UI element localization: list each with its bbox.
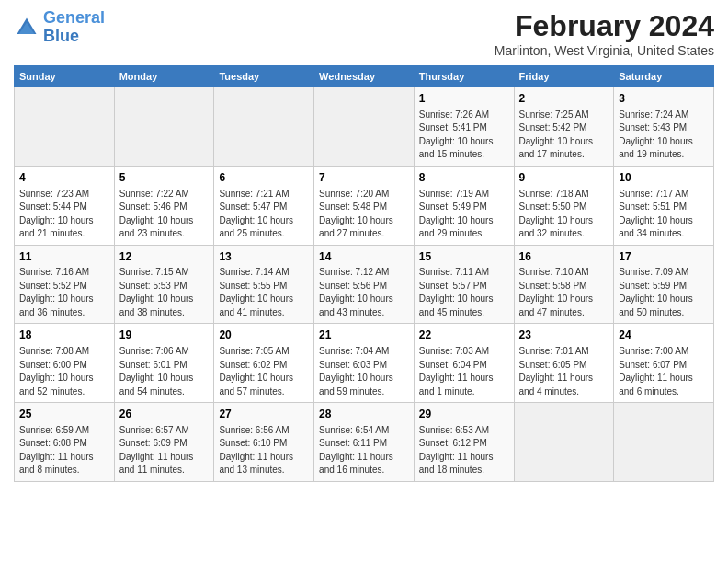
calendar-week-row: 1Sunrise: 7:26 AM Sunset: 5:41 PM Daylig…	[15, 87, 714, 167]
day-info: Sunrise: 7:03 AM Sunset: 6:04 PM Dayligh…	[419, 345, 509, 398]
day-number: 26	[119, 407, 210, 422]
calendar-cell: 27Sunrise: 6:56 AM Sunset: 6:10 PM Dayli…	[214, 403, 314, 482]
day-info: Sunrise: 7:05 AM Sunset: 6:02 PM Dayligh…	[219, 345, 309, 398]
calendar-cell	[214, 87, 314, 167]
day-info: Sunrise: 7:16 AM Sunset: 5:52 PM Dayligh…	[19, 266, 109, 319]
calendar-cell: 25Sunrise: 6:59 AM Sunset: 6:08 PM Dayli…	[15, 403, 115, 482]
calendar-cell: 1Sunrise: 7:26 AM Sunset: 5:41 PM Daylig…	[414, 87, 514, 167]
calendar-cell: 22Sunrise: 7:03 AM Sunset: 6:04 PM Dayli…	[414, 324, 514, 403]
day-number: 7	[319, 170, 409, 186]
day-info: Sunrise: 7:01 AM Sunset: 6:05 PM Dayligh…	[519, 345, 609, 398]
day-info: Sunrise: 7:19 AM Sunset: 5:49 PM Dayligh…	[419, 188, 509, 241]
day-info: Sunrise: 7:14 AM Sunset: 5:55 PM Dayligh…	[219, 266, 309, 319]
day-number: 18	[19, 327, 109, 343]
day-number: 29	[419, 407, 509, 422]
calendar-week-row: 11Sunrise: 7:16 AM Sunset: 5:52 PM Dayli…	[15, 245, 714, 324]
day-number: 4	[19, 170, 109, 186]
day-number: 8	[419, 170, 509, 186]
logo-icon	[14, 15, 40, 40]
calendar-cell: 12Sunrise: 7:15 AM Sunset: 5:53 PM Dayli…	[114, 245, 214, 324]
day-info: Sunrise: 6:57 AM Sunset: 6:09 PM Dayligh…	[119, 424, 210, 477]
day-info: Sunrise: 7:00 AM Sunset: 6:07 PM Dayligh…	[619, 345, 709, 398]
calendar-cell: 10Sunrise: 7:17 AM Sunset: 5:51 PM Dayli…	[614, 166, 714, 245]
day-info: Sunrise: 6:56 AM Sunset: 6:10 PM Dayligh…	[219, 424, 309, 477]
calendar-cell: 18Sunrise: 7:08 AM Sunset: 6:00 PM Dayli…	[15, 324, 115, 403]
calendar-cell: 17Sunrise: 7:09 AM Sunset: 5:59 PM Dayli…	[614, 245, 714, 324]
day-info: Sunrise: 7:23 AM Sunset: 5:44 PM Dayligh…	[19, 188, 109, 241]
calendar-header-row: SundayMondayTuesdayWednesdayThursdayFrid…	[15, 66, 714, 87]
day-number: 11	[19, 249, 109, 265]
day-info: Sunrise: 7:12 AM Sunset: 5:56 PM Dayligh…	[319, 266, 409, 319]
day-number: 25	[19, 407, 109, 422]
day-number: 21	[319, 327, 409, 343]
calendar-cell: 3Sunrise: 7:24 AM Sunset: 5:43 PM Daylig…	[614, 87, 714, 167]
day-info: Sunrise: 7:20 AM Sunset: 5:48 PM Dayligh…	[319, 188, 409, 241]
day-info: Sunrise: 6:54 AM Sunset: 6:11 PM Dayligh…	[319, 424, 409, 477]
day-header-tuesday: Tuesday	[214, 66, 314, 87]
day-info: Sunrise: 7:24 AM Sunset: 5:43 PM Dayligh…	[619, 109, 709, 162]
calendar-cell: 21Sunrise: 7:04 AM Sunset: 6:03 PM Dayli…	[314, 324, 415, 403]
calendar-week-row: 25Sunrise: 6:59 AM Sunset: 6:08 PM Dayli…	[15, 403, 714, 482]
logo-text: General Blue	[43, 9, 105, 46]
calendar-cell: 11Sunrise: 7:16 AM Sunset: 5:52 PM Dayli…	[15, 245, 115, 324]
day-number: 19	[119, 327, 210, 343]
calendar-cell	[15, 87, 115, 167]
day-info: Sunrise: 7:11 AM Sunset: 5:57 PM Dayligh…	[419, 266, 509, 319]
day-info: Sunrise: 6:53 AM Sunset: 6:12 PM Dayligh…	[419, 424, 509, 477]
day-header-monday: Monday	[114, 66, 214, 87]
day-number: 23	[519, 327, 609, 343]
calendar-cell: 23Sunrise: 7:01 AM Sunset: 6:05 PM Dayli…	[514, 324, 614, 403]
day-number: 27	[219, 407, 309, 422]
day-number: 22	[419, 327, 509, 343]
day-info: Sunrise: 7:09 AM Sunset: 5:59 PM Dayligh…	[619, 266, 709, 319]
calendar-title: February 2024	[495, 9, 714, 43]
calendar-cell: 5Sunrise: 7:22 AM Sunset: 5:46 PM Daylig…	[114, 166, 214, 245]
day-number: 12	[119, 249, 210, 265]
day-header-friday: Friday	[514, 66, 614, 87]
day-header-thursday: Thursday	[414, 66, 514, 87]
calendar-cell: 15Sunrise: 7:11 AM Sunset: 5:57 PM Dayli…	[414, 245, 514, 324]
day-info: Sunrise: 7:22 AM Sunset: 5:46 PM Dayligh…	[119, 188, 210, 241]
calendar-cell	[314, 87, 415, 167]
calendar-cell: 29Sunrise: 6:53 AM Sunset: 6:12 PM Dayli…	[414, 403, 514, 482]
day-header-wednesday: Wednesday	[314, 66, 415, 87]
day-number: 15	[419, 249, 509, 265]
day-info: Sunrise: 7:25 AM Sunset: 5:42 PM Dayligh…	[519, 109, 609, 162]
day-number: 9	[519, 170, 609, 186]
day-info: Sunrise: 7:06 AM Sunset: 6:01 PM Dayligh…	[119, 345, 210, 398]
day-info: Sunrise: 7:10 AM Sunset: 5:58 PM Dayligh…	[519, 266, 609, 319]
calendar-cell: 9Sunrise: 7:18 AM Sunset: 5:50 PM Daylig…	[514, 166, 614, 245]
calendar-cell: 14Sunrise: 7:12 AM Sunset: 5:56 PM Dayli…	[314, 245, 415, 324]
day-info: Sunrise: 7:26 AM Sunset: 5:41 PM Dayligh…	[419, 109, 509, 162]
calendar-cell	[514, 403, 614, 482]
day-number: 5	[119, 170, 210, 186]
day-info: Sunrise: 7:21 AM Sunset: 5:47 PM Dayligh…	[219, 188, 309, 241]
calendar-cell: 13Sunrise: 7:14 AM Sunset: 5:55 PM Dayli…	[214, 245, 314, 324]
day-number: 28	[319, 407, 409, 422]
day-number: 17	[619, 249, 709, 265]
day-number: 2	[519, 91, 609, 107]
day-number: 16	[519, 249, 609, 265]
day-number: 3	[619, 91, 709, 107]
day-number: 14	[319, 249, 409, 265]
calendar-cell: 24Sunrise: 7:00 AM Sunset: 6:07 PM Dayli…	[614, 324, 714, 403]
calendar-cell: 8Sunrise: 7:19 AM Sunset: 5:49 PM Daylig…	[414, 166, 514, 245]
calendar-cell: 20Sunrise: 7:05 AM Sunset: 6:02 PM Dayli…	[214, 324, 314, 403]
day-header-saturday: Saturday	[614, 66, 714, 87]
calendar-body: 1Sunrise: 7:26 AM Sunset: 5:41 PM Daylig…	[15, 87, 714, 482]
calendar-week-row: 4Sunrise: 7:23 AM Sunset: 5:44 PM Daylig…	[15, 166, 714, 245]
day-info: Sunrise: 7:04 AM Sunset: 6:03 PM Dayligh…	[319, 345, 409, 398]
calendar-cell	[114, 87, 214, 167]
day-number: 13	[219, 249, 309, 265]
calendar-cell: 6Sunrise: 7:21 AM Sunset: 5:47 PM Daylig…	[214, 166, 314, 245]
day-number: 6	[219, 170, 309, 186]
calendar-cell: 16Sunrise: 7:10 AM Sunset: 5:58 PM Dayli…	[514, 245, 614, 324]
calendar-cell: 4Sunrise: 7:23 AM Sunset: 5:44 PM Daylig…	[15, 166, 115, 245]
title-block: February 2024 Marlinton, West Virginia, …	[495, 9, 714, 58]
calendar-cell: 26Sunrise: 6:57 AM Sunset: 6:09 PM Dayli…	[114, 403, 214, 482]
calendar-cell: 2Sunrise: 7:25 AM Sunset: 5:42 PM Daylig…	[514, 87, 614, 167]
logo: General Blue	[14, 9, 105, 46]
day-info: Sunrise: 7:08 AM Sunset: 6:00 PM Dayligh…	[19, 345, 109, 398]
calendar-table: SundayMondayTuesdayWednesdayThursdayFrid…	[14, 65, 714, 482]
calendar-cell: 7Sunrise: 7:20 AM Sunset: 5:48 PM Daylig…	[314, 166, 415, 245]
